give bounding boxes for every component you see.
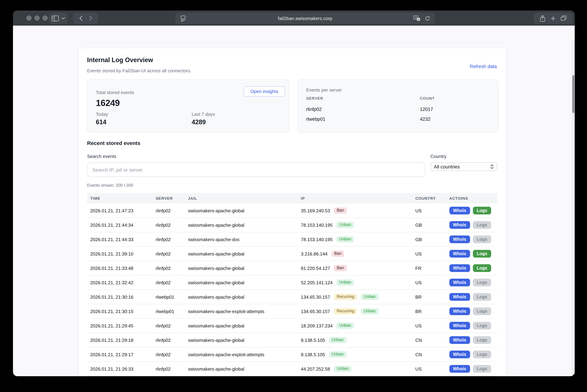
logs-button[interactable]: Logs	[473, 236, 491, 244]
event-ip: 8.138.5.105	[301, 352, 325, 357]
whois-button[interactable]: Whois	[449, 293, 470, 301]
whois-button[interactable]: Whois	[449, 308, 470, 315]
event-actions: WhoisLogs	[449, 365, 497, 373]
logs-button[interactable]: Logs	[473, 221, 491, 229]
address-url: fail2ban.swissmakers.corp	[175, 16, 435, 21]
sidebar-icon[interactable]	[52, 13, 59, 24]
event-ip-cell: 78.153.140.195Unban	[301, 236, 415, 242]
back-icon[interactable]	[79, 13, 82, 24]
event-jail: swissmakers-apache-exploit-attempts	[188, 352, 301, 357]
event-ip: 134.65.30.157	[301, 309, 330, 314]
page-content: Internal Log Overview Events stored by F…	[13, 26, 575, 376]
event-jail: swissmakers-apache-global	[188, 222, 301, 228]
event-jail: swissmakers-apache-global	[188, 266, 301, 271]
logs-button[interactable]: Logs	[473, 336, 491, 344]
logs-button[interactable]: Logs	[473, 207, 491, 214]
event-ip: 52.205.141.124	[301, 280, 333, 285]
event-time: 2026.01.21, 21:29:45	[90, 323, 156, 328]
badge-recurring: Recurring	[334, 294, 357, 300]
event-server: rlinfp02	[156, 280, 188, 285]
whois-button[interactable]: Whois	[449, 250, 470, 258]
event-server: rlinfp02	[156, 366, 188, 372]
tabs-overview-icon[interactable]	[560, 13, 566, 24]
event-country: US	[415, 251, 449, 256]
logs-button[interactable]: Logs	[473, 365, 491, 373]
server-count: 4232	[420, 116, 490, 122]
new-tab-icon[interactable]	[551, 13, 555, 24]
column-country: COUNTRY	[415, 196, 449, 200]
page-subtitle: Events stored by Fail2ban-UI across all …	[87, 68, 191, 73]
server-row: rlinfp0212017	[306, 104, 490, 114]
translate-icon[interactable]: A x	[414, 16, 420, 22]
share-icon[interactable]	[540, 13, 546, 24]
event-time: 2026.01.21, 21:30:16	[90, 294, 156, 300]
event-country: BR	[415, 309, 449, 314]
event-actions: WhoisLogs	[449, 207, 497, 214]
logs-button[interactable]: Logs	[473, 264, 491, 272]
event-server: rlinfp02	[156, 237, 188, 242]
event-actions: WhoisLogs	[449, 308, 497, 315]
event-ip-cell: 52.205.141.124Unban	[301, 280, 415, 286]
event-ip-cell: 134.65.30.157RecurringUnban	[301, 308, 415, 314]
forward-icon[interactable]	[89, 13, 92, 24]
event-actions: WhoisLogs	[449, 293, 497, 301]
whois-button[interactable]: Whois	[449, 279, 470, 286]
whois-button[interactable]: Whois	[449, 322, 470, 330]
whois-button[interactable]: Whois	[449, 264, 470, 272]
event-country: FR	[415, 266, 449, 271]
reload-icon[interactable]	[425, 16, 430, 21]
traffic-light-minimize-icon[interactable]	[35, 16, 40, 21]
logs-button[interactable]: Logs	[473, 279, 491, 286]
traffic-light-zoom-icon[interactable]	[43, 16, 48, 21]
event-row: 2026.01.21, 21:47:23rlinfp02swissmakers-…	[87, 204, 497, 218]
screen: fail2ban.swissmakers.corp A x	[0, 0, 587, 392]
server-name: rlwebp01	[306, 116, 420, 122]
chevron-down-icon[interactable]	[62, 13, 65, 24]
logs-button[interactable]: Logs	[473, 322, 491, 330]
logs-button[interactable]: Logs	[473, 308, 491, 315]
event-ip-cell: 3.216.86.144Ban	[301, 251, 415, 257]
event-time: 2026.01.21, 21:29:17	[90, 352, 156, 357]
event-actions: WhoisLogs	[449, 336, 497, 344]
select-chevrons-icon	[490, 164, 494, 169]
badge-unban: Unban	[334, 366, 351, 372]
events-table-body: 2026.01.21, 21:47:23rlinfp02swissmakers-…	[87, 204, 497, 376]
traffic-light-close-icon[interactable]	[26, 16, 32, 21]
whois-button[interactable]: Whois	[449, 221, 470, 229]
event-row: 2026.01.21, 21:29:18rlinfp02swissmakers-…	[87, 333, 497, 348]
event-row: 2026.01.21, 21:39:10rlinfp02swissmakers-…	[87, 247, 497, 261]
logs-button[interactable]: Logs	[473, 250, 491, 258]
event-row: 2026.01.21, 21:26:33rlinfp02swissmakers-…	[87, 362, 497, 376]
search-input[interactable]	[87, 162, 425, 177]
event-jail: swissmakers-apache-global	[188, 323, 301, 328]
event-actions: WhoisLogs	[449, 279, 497, 286]
event-ip: 81.220.54.127	[301, 266, 330, 271]
address-bar[interactable]: fail2ban.swissmakers.corp A x	[175, 13, 435, 24]
event-ip-cell: 134.65.30.157RecurringUnban	[301, 294, 415, 300]
country-select[interactable]: All countries	[430, 162, 497, 171]
scrollbar-thumb[interactable]	[572, 75, 574, 113]
whois-button[interactable]: Whois	[449, 365, 470, 373]
toolbar-right	[534, 13, 572, 24]
event-time: 2026.01.21, 21:32:42	[90, 280, 156, 285]
event-time: 2026.01.21, 21:47:23	[90, 208, 156, 213]
whois-button[interactable]: Whois	[449, 236, 470, 244]
logs-button[interactable]: Logs	[473, 293, 491, 301]
badge-unban: Unban	[361, 308, 378, 314]
event-server: rlinfp02	[156, 266, 188, 271]
event-country: GB	[415, 222, 449, 228]
today-value: 614	[96, 118, 106, 126]
country-label: Country	[430, 154, 446, 159]
event-ip: 78.153.140.195	[301, 222, 333, 228]
column-jail: JAIL	[188, 196, 301, 200]
logs-button[interactable]: Logs	[473, 350, 491, 358]
refresh-data-link[interactable]: Refresh data	[469, 64, 497, 69]
event-server: rlinfp02	[156, 208, 188, 213]
open-insights-button[interactable]: Open insights	[244, 86, 285, 96]
whois-button[interactable]: Whois	[449, 336, 470, 344]
whois-button[interactable]: Whois	[449, 207, 470, 214]
whois-button[interactable]: Whois	[449, 350, 470, 358]
event-time: 2026.01.21, 21:44:33	[90, 237, 156, 242]
event-ip-cell: 18.209.137.234Unban	[301, 323, 415, 329]
event-jail: swissmakers-apache-global	[188, 366, 301, 372]
